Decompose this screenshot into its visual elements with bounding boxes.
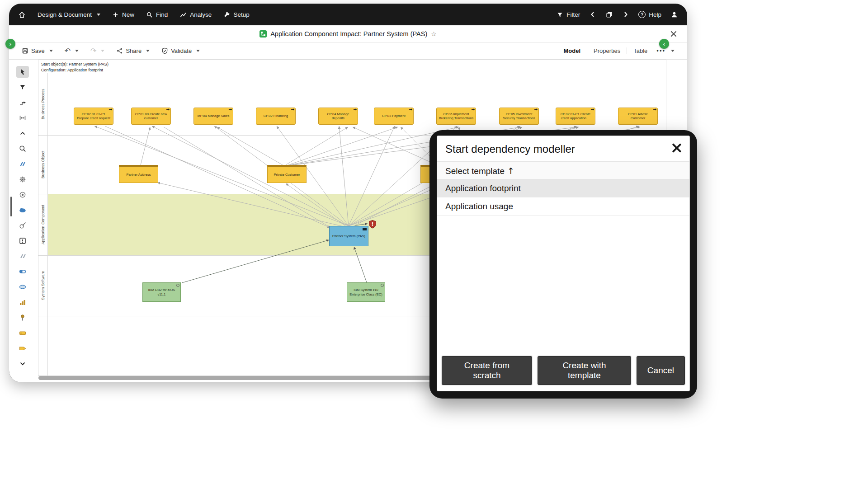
hatch-lines-icon[interactable] [16, 158, 29, 170]
zoom-tool-icon[interactable] [16, 143, 29, 155]
template-options-list: Application footprintApplication usage [437, 179, 689, 216]
wrench-icon [223, 11, 230, 18]
nav-analyse[interactable]: Analyse [179, 11, 212, 18]
chevron-down-icon [196, 50, 200, 52]
tag-shape-icon[interactable] [16, 327, 29, 339]
component-badge-icon [363, 228, 367, 230]
process-node[interactable]: CP.02 Financing→ [256, 108, 296, 125]
business-object-node[interactable]: Private Customer [267, 165, 307, 183]
filter-tool-icon[interactable] [16, 81, 29, 93]
process-node[interactable]: CP.01.00 Create new customer→ [131, 108, 171, 125]
undo-button[interactable]: ↶ [65, 47, 79, 55]
close-model-icon[interactable] [670, 30, 677, 38]
capsule-shape-icon[interactable] [16, 266, 29, 277]
app-component-node[interactable]: Partner System (PAS) [329, 226, 368, 246]
redo-button[interactable]: ↷ [90, 47, 104, 55]
share-button[interactable]: Share [116, 47, 150, 54]
nav-design-document[interactable]: Design & Document [38, 11, 100, 18]
process-node[interactable]: CP.05 Investment Security Transactions→ [499, 108, 539, 125]
template-option[interactable]: Application footprint [437, 179, 689, 197]
help-button[interactable]: ? Help [638, 11, 661, 18]
rail-scrollbar[interactable] [10, 197, 12, 216]
windows-button[interactable] [605, 11, 613, 19]
expand-left-panel-button[interactable]: › [5, 39, 15, 49]
favorite-star-icon[interactable]: ☆ [431, 30, 437, 38]
chevron-down-icon [49, 50, 53, 52]
start-dependency-modeller-dialog: Start dependency modeller Select templat… [437, 136, 690, 391]
process-node[interactable]: CP.03 Payment→ [374, 108, 414, 125]
process-node[interactable]: CP.06 Implement Brokering Transactions→ [436, 108, 476, 125]
save-icon [22, 47, 28, 54]
nav-setup[interactable]: Setup [223, 11, 249, 18]
chevron-left-icon [589, 11, 596, 18]
model-toolbar: Save ↶ ↷ Share Validate Model Properties [9, 42, 687, 60]
process-node[interactable]: CP.02.01-P1 Create credit application ..… [556, 108, 595, 125]
divider [587, 47, 587, 54]
process-arrow-icon: → [108, 107, 112, 112]
create-from-scratch-button[interactable]: Create from scratch [442, 356, 532, 385]
tab-table[interactable]: Table [633, 47, 647, 54]
alert-box-icon[interactable] [16, 235, 29, 247]
process-node[interactable]: CP.02.01.01-P1 Prepare credit request→ [74, 108, 113, 125]
share-icon [116, 47, 123, 54]
help-icon: ? [638, 11, 646, 18]
model-title-bar: Application Component Impact: Partner Sy… [9, 25, 687, 42]
arrow-tag-icon[interactable] [16, 343, 29, 354]
modal-footer: Create from scratchCreate with templateC… [442, 356, 685, 385]
system-software-node[interactable]: IBM System z10 Enterprise Class (EC) [347, 282, 385, 302]
horizontal-scrollbar[interactable] [38, 376, 433, 380]
validate-button[interactable]: Validate [161, 47, 200, 54]
save-button[interactable]: Save [22, 47, 53, 54]
goal-arrow-icon[interactable] [16, 220, 29, 231]
home-icon [18, 11, 26, 19]
cloud-shape-icon[interactable] [16, 204, 29, 216]
undo-icon: ↶ [65, 47, 71, 55]
helm-icon[interactable] [16, 174, 29, 185]
forward-button[interactable] [622, 11, 629, 18]
svg-text:!: ! [371, 221, 373, 227]
system-software-node[interactable]: IBM DB2 for z/OS v11.1 [142, 282, 181, 302]
window-stack-icon [605, 11, 613, 19]
slanted-bars-icon[interactable] [16, 250, 29, 262]
create-with-template-button[interactable]: Create with template [538, 356, 631, 385]
process-arrow-icon: → [291, 107, 294, 112]
process-arrow-icon: → [166, 107, 170, 112]
top-nav-bar: Design & Document New Find Analyse Setup [9, 4, 687, 25]
nav-find[interactable]: Find [146, 11, 168, 18]
spacing-tool-icon[interactable] [16, 112, 29, 124]
instance-icon [176, 284, 179, 287]
chevron-down-icon [101, 50, 104, 52]
tab-model[interactable]: Model [563, 47, 580, 54]
process-node[interactable]: MP.04 Manage Sales→ [193, 108, 233, 125]
nav-new[interactable]: New [112, 11, 134, 18]
template-option[interactable]: Application usage [437, 197, 689, 216]
chevron-down-icon[interactable] [671, 50, 675, 52]
process-arrow-icon: → [353, 107, 357, 112]
screen: Design & Document New Find Analyse Setup [0, 0, 868, 488]
back-button[interactable] [589, 11, 596, 18]
process-node[interactable]: CP.04 Manage deposits→ [318, 108, 358, 125]
divider [627, 47, 627, 54]
cancel-button[interactable]: Cancel [637, 356, 685, 385]
process-arrow-icon: → [471, 107, 475, 112]
tab-properties[interactable]: Properties [594, 47, 620, 54]
business-object-node[interactable]: Partner Address [119, 165, 158, 183]
expand-right-panel-button[interactable]: ‹ [659, 39, 669, 49]
sort-ascending-icon: ↑ [507, 166, 514, 176]
user-button[interactable] [670, 11, 678, 19]
select-pointer-icon[interactable] [16, 66, 29, 78]
scroll-down-icon[interactable] [16, 358, 29, 370]
modal-close-icon[interactable] [671, 143, 681, 153]
process-node[interactable]: CP.01 Advise Customer→ [618, 108, 658, 125]
filter-button[interactable]: Filter [557, 11, 580, 18]
blocks-chart-icon[interactable] [16, 296, 29, 308]
target-circles-icon[interactable] [16, 189, 29, 201]
ellipse-shape-icon[interactable] [16, 281, 29, 293]
collapse-up-icon[interactable] [16, 127, 29, 139]
pushpin-icon[interactable] [16, 312, 29, 324]
chevron-down-icon [75, 50, 79, 52]
home-button[interactable] [18, 11, 26, 19]
warning-icon[interactable]: ! [369, 220, 376, 229]
select-template-header[interactable]: Select template↑ [437, 161, 689, 179]
connection-tool-icon[interactable] [16, 97, 29, 108]
